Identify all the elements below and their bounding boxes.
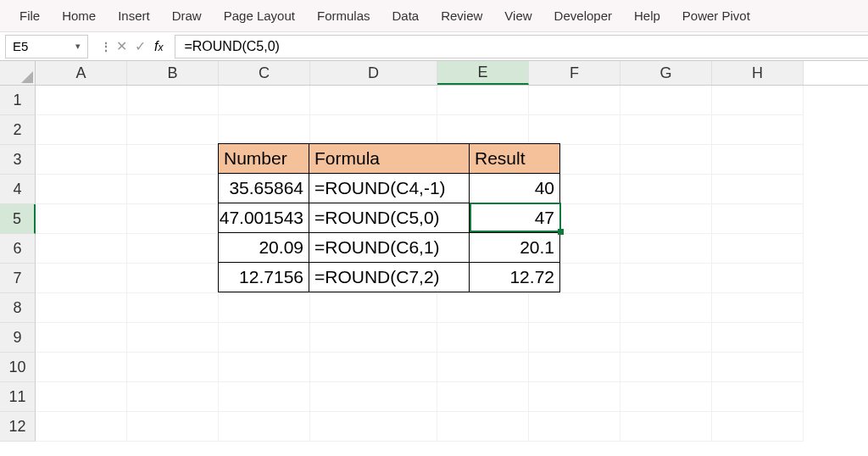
row-header-10[interactable]: 10 [0,353,36,382]
col-header-F[interactable]: F [529,61,620,85]
table-header-result[interactable]: Result [469,143,560,174]
fill-handle[interactable] [558,229,564,235]
cell[interactable] [529,412,620,442]
ribbon-tab-data[interactable]: Data [381,5,430,26]
cell[interactable] [620,234,712,264]
cell[interactable] [712,382,804,412]
cell[interactable] [219,353,310,382]
cell[interactable] [712,323,804,353]
cell[interactable] [437,323,529,353]
cell[interactable] [437,382,529,412]
col-header-C[interactable]: C [219,61,310,85]
cell[interactable] [712,175,804,204]
cell-e4[interactable]: 40 [469,173,560,203]
cell[interactable] [127,293,219,323]
chevron-down-icon[interactable]: ▾ [75,41,81,52]
cell[interactable] [219,293,310,323]
cell[interactable] [127,204,219,234]
name-box[interactable]: E5 ▾ [5,35,88,58]
cell[interactable] [310,382,437,412]
cell[interactable] [36,86,127,115]
row-header-11[interactable]: 11 [0,382,36,412]
col-header-A[interactable]: A [36,61,127,85]
cell[interactable] [127,382,219,412]
cell[interactable] [36,234,127,264]
cell[interactable] [620,293,712,323]
cell[interactable] [529,323,620,353]
cell-d4[interactable]: =ROUND(C4,-1) [309,173,470,203]
cell[interactable] [529,293,620,323]
cell[interactable] [437,115,529,145]
cell[interactable] [712,234,804,264]
cell-e7[interactable]: 12.72 [469,262,560,292]
cell[interactable] [712,204,804,234]
col-header-H[interactable]: H [712,61,804,85]
cell[interactable] [127,175,219,204]
cell-c5[interactable]: 47.001543 [218,203,309,233]
cell[interactable] [620,382,712,412]
ribbon-tab-review[interactable]: Review [430,5,493,26]
row-header-4[interactable]: 4 [0,175,36,204]
cell[interactable] [529,353,620,382]
cell[interactable] [36,264,127,293]
ribbon-tab-developer[interactable]: Developer [543,5,623,26]
cell[interactable] [712,353,804,382]
cell[interactable] [36,175,127,204]
cell[interactable] [620,264,712,293]
cell[interactable] [36,323,127,353]
cell[interactable] [310,293,437,323]
cell[interactable] [36,145,127,175]
ribbon-tab-formulas[interactable]: Formulas [306,5,381,26]
cell[interactable] [620,412,712,442]
cell[interactable] [127,353,219,382]
cell[interactable] [620,323,712,353]
cell[interactable] [620,86,712,115]
cell[interactable] [529,86,620,115]
cell-d5[interactable]: =ROUND(C5,0) [309,203,470,233]
cell[interactable] [712,293,804,323]
cell-d7[interactable]: =ROUND(C7,2) [309,262,470,292]
cell[interactable] [620,145,712,175]
check-icon[interactable]: ✓ [131,38,149,54]
cell[interactable] [437,293,529,323]
cell[interactable] [310,323,437,353]
ribbon-tab-page-layout[interactable]: Page Layout [213,5,306,26]
cell[interactable] [620,353,712,382]
ribbon-tab-view[interactable]: View [493,5,542,26]
row-header-3[interactable]: 3 [0,145,36,175]
cell[interactable] [36,412,127,442]
row-header-5[interactable]: 5 [0,204,36,234]
cell-c7[interactable]: 12.7156 [218,262,309,292]
cell[interactable] [219,323,310,353]
ribbon-tab-power-pivot[interactable]: Power Pivot [671,5,761,26]
cell[interactable] [712,145,804,175]
cell[interactable] [219,382,310,412]
ribbon-tab-insert[interactable]: Insert [107,5,161,26]
fx-icon[interactable]: fx [154,39,163,54]
ribbon-tab-draw[interactable]: Draw [161,5,213,26]
cell[interactable] [219,115,310,145]
cell[interactable] [127,412,219,442]
cell[interactable] [127,115,219,145]
row-header-9[interactable]: 9 [0,323,36,353]
cell-c4[interactable]: 35.65864 [218,173,309,203]
ribbon-tab-file[interactable]: File [8,5,51,26]
cell[interactable] [437,353,529,382]
cell[interactable] [36,293,127,323]
table-header-number[interactable]: Number [218,143,309,174]
cell[interactable] [310,115,437,145]
cell[interactable] [437,86,529,115]
cell[interactable] [36,204,127,234]
cell[interactable] [712,412,804,442]
ribbon-tab-help[interactable]: Help [623,5,671,26]
ribbon-tab-home[interactable]: Home [51,5,107,26]
col-header-D[interactable]: D [310,61,437,85]
cell[interactable] [36,115,127,145]
cell[interactable] [36,382,127,412]
cell[interactable] [127,86,219,115]
cell[interactable] [219,412,310,442]
cell[interactable] [219,86,310,115]
row-header-2[interactable]: 2 [0,115,36,145]
cell[interactable] [620,115,712,145]
cell-d6[interactable]: =ROUND(C6,1) [309,232,470,263]
